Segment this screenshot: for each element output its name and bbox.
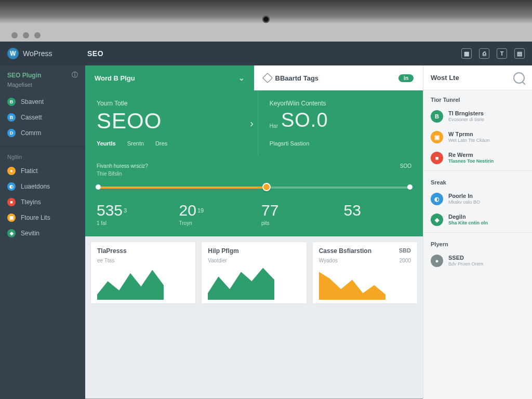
chart-cards: TlaPresss ee Ttas Hilp Pflgm Vaotdier (85, 236, 423, 309)
card-y-label: 2000 (400, 258, 411, 263)
subtab[interactable]: Dres (155, 140, 167, 147)
tab-label: Word B Plgu (95, 74, 135, 82)
svg-marker-1 (208, 268, 274, 300)
brand[interactable]: W WoPress (7, 48, 85, 59)
subtab[interactable]: Srentn (127, 140, 144, 147)
rail-item[interactable]: ▣W TprmnWet Latn Tte Ckäon (423, 127, 532, 148)
rail-item[interactable]: ◆DegilnSha Kite cntin oln (423, 209, 532, 230)
tab-badge: in (398, 74, 414, 82)
rail-item-title: W Tprmn (448, 131, 490, 137)
dot-icon: B (7, 98, 16, 106)
card-sub: Vaotdier (208, 258, 300, 263)
sidebar-item[interactable]: ▣Ftoure Lits (0, 210, 85, 225)
rail-item-title: Degiln (448, 214, 488, 220)
slider-fill (97, 187, 267, 189)
sidebar-plugin-label: SEO Plugin (7, 72, 41, 79)
svg-marker-2 (319, 272, 385, 300)
chart-card[interactable]: TlaPresss ee Ttas (90, 242, 196, 304)
stat: 2019Troyn (172, 203, 255, 226)
card-right-label: SBD (399, 247, 411, 254)
rail-item[interactable]: ■Re WermTlasnes Toe Nestirin (423, 148, 532, 168)
hero-left-label: Yourn Totle (97, 100, 238, 107)
tab-board-tags[interactable]: BBaartd Tags in (254, 65, 423, 90)
slider-end-label: SOO (400, 163, 411, 169)
slider-sub: Thie Bifslin (97, 171, 411, 177)
stat: 53531 fal (89, 203, 172, 226)
hero-subtabs: Yeurtls Srentn Dres (97, 140, 238, 147)
rail-item-sub: Sha Kite cntin oln (448, 220, 488, 225)
hero-right-sub: Plagsrti Sastion (270, 140, 309, 147)
sidebar-item[interactable]: ●Ftatict (0, 163, 85, 179)
topbar-tools: ▦ ⎙ T ▤ (461, 48, 525, 59)
dot-icon: ◆ (7, 229, 16, 237)
sidebar: SEO Plugin ⓘ Magefiset BSbavent BCassett… (0, 65, 85, 399)
rail-item-sub: Wet Latn Tte Ckäon (448, 138, 490, 143)
card-title: TlaPresss (97, 247, 189, 255)
sidebar-item[interactable]: BSbavent (0, 94, 85, 110)
tool-grid-icon[interactable]: ▦ (461, 48, 472, 59)
brand-name: WoPress (23, 49, 52, 58)
chart-card[interactable]: Casse BsfiarstionSBD Wyados2000 (312, 242, 418, 304)
subtab[interactable]: Yeurtls (97, 140, 116, 147)
chart-card[interactable]: Hilp Pflgm Vaotdier (201, 242, 307, 304)
hero-panel: Yourn Totle SEOO Yeurtls Srentn Dres › K… (85, 90, 423, 156)
rail-item[interactable]: BTl BrngistersEvosoner di tisrie (423, 106, 532, 127)
topbar: W WoPress SEO ▦ ⎙ T ▤ (0, 42, 532, 65)
svg-marker-0 (97, 270, 164, 300)
badge-icon: ● (431, 255, 443, 267)
tab-word-plugin[interactable]: Word B Plgu ⌄ (85, 65, 254, 90)
window-traffic-lights (11, 32, 41, 38)
tool-text-icon[interactable]: T (497, 48, 507, 59)
chevron-right-icon[interactable]: › (250, 90, 258, 156)
sidebar-item[interactable]: ◐Luaetdons (0, 179, 85, 194)
sidebar-item[interactable]: DComrm (0, 125, 85, 141)
area-chart-icon (97, 267, 164, 300)
dot-icon: ▣ (7, 214, 16, 222)
sidebar-plugin-sub: Magefiset (0, 82, 85, 92)
card-title: Casse Bsfiarstion (319, 247, 371, 255)
progress-slider[interactable] (97, 182, 411, 192)
tool-panel-icon[interactable]: ▤ (514, 48, 525, 59)
dot-icon: D (7, 129, 16, 137)
sidebar-item[interactable]: BCassett (0, 110, 85, 125)
content-tabs: Word B Plgu ⌄ BBaartd Tags in (85, 65, 423, 90)
card-title: Hilp Pflgm (208, 247, 300, 255)
camera-dot (262, 16, 270, 23)
rail-header: Wost Lte (423, 65, 532, 90)
rail-section-title: Tior Tunrel (423, 90, 532, 106)
rail-item-sub: Evosoner di tisrie (448, 117, 484, 122)
hero-right-prefix: Har (270, 123, 278, 129)
tag-icon (262, 73, 273, 83)
badge-icon: ◐ (431, 193, 443, 205)
sidebar-group-1: BSbavent BCassett DComrm (0, 92, 85, 143)
sidebar-item-label: Tteyins (21, 198, 41, 206)
rail-item-title: Tl Brngisters (448, 110, 484, 116)
badge-icon: B (431, 110, 443, 123)
dot-icon: B (7, 113, 16, 122)
rail-item-sub: Mkakv oalo BO (448, 200, 480, 205)
sidebar-item[interactable]: ■Tteyins (0, 194, 85, 210)
sidebar-item-label: Cassett (21, 114, 42, 121)
sidebar-item-label: Sevitin (21, 230, 39, 237)
rail-item[interactable]: ◐Poorle InMkakv oalo BO (423, 189, 532, 209)
rail-item-sub: Tlasnes Toe Nestirin (448, 158, 494, 164)
app-window: W WoPress SEO ▦ ⎙ T ▤ SEO Plugin ⓘ Magef… (0, 42, 532, 399)
brand-logo-icon: W (7, 48, 19, 59)
card-sub: ee Ttas (97, 258, 189, 263)
sidebar-plugin-header[interactable]: SEO Plugin ⓘ (0, 65, 85, 82)
rail-section-title: Sreak (423, 173, 532, 189)
tool-print-icon[interactable]: ⎙ (479, 48, 489, 59)
rail-item-title: Poorle In (448, 193, 480, 199)
rail-item[interactable]: ●SSEDBdv Proen Orem (423, 250, 532, 271)
card-sub: Wyados (319, 258, 338, 263)
rail-item-title: Re Werm (448, 152, 494, 158)
right-rail: Wost Lte Tior Tunrel BTl BrngistersEvoso… (423, 65, 532, 399)
sidebar-item-label: Luaetdons (21, 183, 50, 190)
dot-icon: ● (7, 167, 16, 175)
search-icon[interactable] (513, 72, 525, 84)
hero-left-value: SEOO (97, 110, 238, 132)
slider-knob[interactable] (262, 183, 271, 191)
info-icon: ⓘ (72, 71, 78, 79)
slider-start-dot (96, 184, 101, 190)
sidebar-item[interactable]: ◆Sevitin (0, 225, 85, 241)
